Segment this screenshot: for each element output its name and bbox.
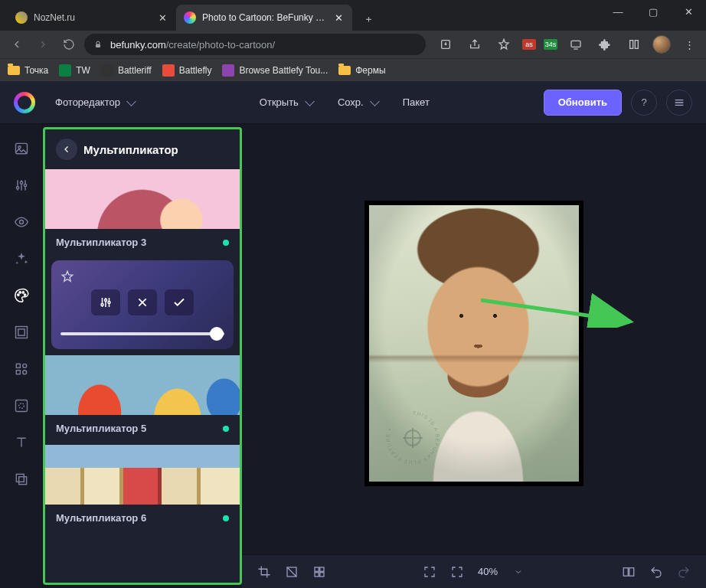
- preset-item[interactable]: Мультипликатор 6: [45, 445, 240, 531]
- redo-icon[interactable]: [674, 562, 694, 582]
- close-icon[interactable]: ✕: [671, 0, 706, 23]
- minimize-icon[interactable]: ―: [600, 0, 636, 23]
- reload-icon[interactable]: [58, 34, 80, 55]
- share-icon[interactable]: [464, 34, 485, 55]
- site-icon: [162, 64, 175, 77]
- frame-tool-icon[interactable]: [12, 323, 31, 341]
- favicon-icon: [184, 11, 196, 24]
- url-path: /create/photo-to-cartoon/: [166, 39, 275, 51]
- svg-rect-18: [15, 400, 27, 412]
- compare-icon[interactable]: [619, 562, 639, 582]
- browser-tab-active[interactable]: Photo to Cartoon: BeFunky - Cart ✕: [176, 5, 352, 31]
- app-root: Фоторедактор Открыть Сохр. Пакет Обновит…: [0, 81, 706, 588]
- adjust-tool-icon[interactable]: [12, 176, 31, 194]
- omnibar-actions: as 34s ⋮: [435, 34, 700, 55]
- actual-size-icon[interactable]: [447, 562, 467, 582]
- bookmark-item[interactable]: Browse Battlefy Tou...: [222, 64, 328, 77]
- premium-dot-icon: [223, 426, 229, 432]
- save-button[interactable]: Сохр.: [327, 90, 389, 116]
- effect-controls-card: [51, 260, 234, 349]
- browser-tab[interactable]: NozNet.ru ✕: [8, 5, 176, 31]
- install-app-icon[interactable]: [435, 34, 456, 55]
- bookmark-item[interactable]: Battleriff: [101, 64, 152, 77]
- svg-rect-16: [16, 371, 20, 374]
- lock-icon: [93, 40, 104, 49]
- preset-item[interactable]: Мультипликатор 3: [45, 169, 240, 256]
- bookmark-item[interactable]: Battlefly: [162, 64, 212, 77]
- svg-rect-13: [18, 329, 24, 335]
- maximize-icon[interactable]: ▢: [636, 0, 671, 23]
- zoom-value: 40%: [478, 566, 498, 577]
- app-header: Фоторедактор Открыть Сохр. Пакет Обновит…: [0, 81, 706, 124]
- image-tool-icon[interactable]: [12, 139, 31, 158]
- pattern-tool-icon[interactable]: [12, 397, 31, 415]
- canvas-image[interactable]: THIS IS A BEFUNKY PLUS FEATURE •: [364, 201, 583, 486]
- profile-avatar[interactable]: [652, 35, 671, 54]
- slider-thumb-icon[interactable]: [210, 327, 224, 341]
- favorite-star-icon[interactable]: [60, 270, 224, 283]
- address-bar[interactable]: befunky.com/create/photo-to-cartoon/: [84, 34, 426, 55]
- palette-tool-icon[interactable]: [12, 286, 31, 305]
- canvas-area[interactable]: THIS IS A BEFUNKY PLUS FEATURE •: [242, 124, 706, 588]
- bookmark-item[interactable]: Фермы: [338, 65, 385, 76]
- folder-icon: [338, 66, 351, 75]
- preset-label-row: Мультипликатор 5: [45, 415, 240, 442]
- text-tool-icon[interactable]: [12, 433, 31, 452]
- effect-sliders-button[interactable]: [91, 289, 120, 315]
- preset-thumb: [45, 445, 240, 505]
- svg-rect-32: [623, 567, 628, 576]
- crop-icon[interactable]: [254, 562, 274, 582]
- befunky-logo-icon[interactable]: [14, 92, 35, 113]
- intensity-slider[interactable]: [60, 332, 224, 335]
- bookmark-item[interactable]: Точка: [8, 65, 48, 76]
- nav-forward-icon[interactable]: [32, 34, 54, 55]
- batch-button[interactable]: Пакет: [392, 90, 440, 116]
- effect-cancel-button[interactable]: [128, 289, 157, 315]
- svg-text:THIS IS A BEFUNKY PLUS FEATURE: THIS IS A BEFUNKY PLUS FEATURE •: [385, 410, 440, 465]
- window-controls: ― ▢ ✕: [600, 0, 706, 23]
- preset-item[interactable]: Мультипликатор 5: [45, 355, 240, 442]
- hamburger-menu-icon[interactable]: [666, 90, 692, 116]
- eye-tool-icon[interactable]: [12, 213, 31, 231]
- grid-icon[interactable]: [309, 562, 329, 582]
- svg-rect-3: [630, 41, 633, 49]
- fit-screen-icon[interactable]: [420, 562, 440, 582]
- open-button[interactable]: Открыть: [249, 90, 324, 116]
- extensions-icon[interactable]: [594, 34, 616, 55]
- close-tab-icon[interactable]: ✕: [332, 12, 345, 24]
- extension-badge-red[interactable]: as: [522, 39, 536, 50]
- undo-icon[interactable]: [646, 562, 666, 582]
- preset-thumb: [45, 169, 240, 229]
- bookmark-star-icon[interactable]: [493, 34, 515, 55]
- new-tab-button[interactable]: ＋: [357, 8, 380, 31]
- transform-icon[interactable]: [282, 562, 302, 582]
- chevron-down-icon[interactable]: [508, 562, 528, 582]
- extension-badge-green[interactable]: 34s: [544, 39, 557, 50]
- upgrade-button[interactable]: Обновить: [544, 90, 622, 116]
- effect-apply-button[interactable]: [165, 289, 194, 315]
- tab-title: NozNet.ru: [34, 12, 150, 23]
- editor-dropdown[interactable]: Фоторедактор: [44, 90, 145, 116]
- preset-label-row: Мультипликатор 3: [45, 229, 240, 256]
- layers-tool-icon[interactable]: [12, 470, 31, 488]
- cast-icon[interactable]: [565, 34, 587, 55]
- bookmark-item[interactable]: TW: [59, 64, 90, 77]
- folder-icon: [8, 66, 20, 75]
- kebab-menu-icon[interactable]: ⋮: [678, 34, 700, 55]
- sheet-icon: [59, 64, 71, 77]
- nav-back-icon[interactable]: [6, 34, 28, 55]
- reading-list-icon[interactable]: [623, 34, 645, 55]
- svg-point-7: [19, 220, 23, 224]
- effects-panel: Мультипликатор Мультипликатор 3: [43, 127, 242, 585]
- svg-rect-0: [96, 44, 100, 48]
- canvas-toolbar: 40%: [242, 554, 706, 588]
- url-host: befunky.com: [110, 39, 166, 51]
- tab-title: Photo to Cartoon: BeFunky - Cart: [202, 12, 326, 23]
- close-tab-icon[interactable]: ✕: [156, 12, 168, 24]
- shapes-tool-icon[interactable]: [12, 360, 31, 378]
- help-icon[interactable]: ?: [631, 90, 657, 116]
- panel-back-button[interactable]: [56, 139, 77, 160]
- panel-title: Мультипликатор: [83, 143, 178, 156]
- sparkle-tool-icon[interactable]: [12, 250, 31, 268]
- panel-header: Мультипликатор: [45, 129, 240, 169]
